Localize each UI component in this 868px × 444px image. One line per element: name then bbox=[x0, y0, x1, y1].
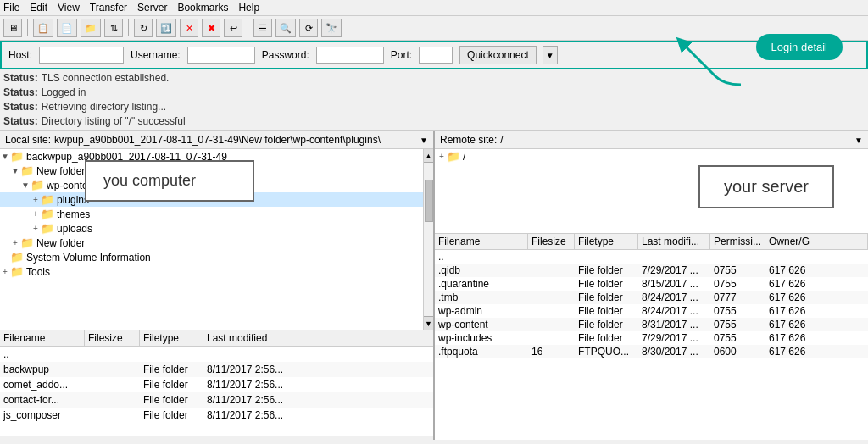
local-cell-lastmod: 8/11/2017 2:56... bbox=[203, 363, 288, 376]
local-col-filename[interactable]: Filename bbox=[0, 330, 85, 346]
quickconnect-dropdown[interactable]: ▼ bbox=[543, 46, 558, 64]
remote-cell-owner: 617 626 bbox=[765, 277, 868, 291]
status-label-1: Status: bbox=[3, 72, 38, 84]
remote-cell-filename: .tmb bbox=[435, 291, 528, 304]
local-file-row[interactable]: js_composer File folder 8/11/2017 2:56..… bbox=[0, 408, 433, 423]
remote-cell-perms: 0755 bbox=[710, 277, 765, 291]
menu-server[interactable]: Server bbox=[137, 2, 167, 14]
local-cell-lastmod: 8/11/2017 2:56... bbox=[203, 393, 288, 407]
scroll-down-btn[interactable]: ▼ bbox=[424, 316, 434, 330]
toolbar-find[interactable]: 🔭 bbox=[321, 19, 342, 37]
toolbar-sep-1 bbox=[27, 19, 28, 36]
remote-file-body: .. .qidb File folder 7/29/2017 ... 0755 … bbox=[435, 250, 868, 440]
toolbar-btn-7[interactable]: ↩ bbox=[224, 19, 242, 37]
toolbar-sync[interactable]: ⟳ bbox=[299, 19, 318, 37]
toolbar-sep-3 bbox=[248, 19, 248, 36]
remote-cell-perms: 0755 bbox=[710, 264, 765, 277]
toolbar-btn-6[interactable]: ✖ bbox=[202, 19, 220, 37]
remote-file-row[interactable]: .tmb File folder 8/24/2017 ... 0777 617 … bbox=[435, 291, 868, 304]
port-input[interactable] bbox=[419, 47, 453, 64]
local-cell-filetype: File folder bbox=[140, 363, 203, 376]
remote-cell-lastmod: 7/29/2017 ... bbox=[638, 331, 710, 345]
remote-cell-owner: 617 626 bbox=[765, 264, 868, 277]
remote-cell-filename: wp-content bbox=[435, 318, 528, 331]
status-label-2: Status: bbox=[3, 86, 38, 98]
menu-transfer[interactable]: Transfer bbox=[90, 2, 127, 14]
toolbar-refresh[interactable]: ↻ bbox=[134, 19, 153, 37]
remote-file-row[interactable]: .qidb File folder 7/29/2017 ... 0755 617… bbox=[435, 264, 868, 277]
host-input[interactable] bbox=[39, 47, 124, 64]
username-label: Username: bbox=[131, 49, 181, 61]
remote-file-row[interactable]: wp-admin File folder 8/24/2017 ... 0755 … bbox=[435, 304, 868, 318]
remote-col-filetype[interactable]: Filetype bbox=[575, 234, 638, 249]
menu-file[interactable]: File bbox=[3, 2, 19, 14]
remote-cell-filename: .ftpquota bbox=[435, 345, 528, 358]
quickconnect-button[interactable]: Quickconnect bbox=[459, 46, 537, 64]
toolbar-btn-1[interactable]: 📋 bbox=[33, 19, 53, 37]
local-col-filetype[interactable]: Filetype bbox=[140, 330, 203, 346]
toolbar-btn-2[interactable]: 📄 bbox=[57, 19, 77, 37]
remote-file-list: Filename Filesize Filetype Last modifi..… bbox=[435, 234, 868, 440]
local-cell-filetype bbox=[140, 353, 203, 355]
toolbar-cancel[interactable]: ✕ bbox=[180, 19, 198, 37]
remote-cell-filesize bbox=[528, 283, 575, 285]
remote-site-dropdown[interactable]: ▼ bbox=[854, 136, 863, 145]
tree-item-uploads[interactable]: + 📁 uploads bbox=[0, 221, 423, 236]
local-cell-filesize bbox=[85, 369, 140, 370]
remote-cell-owner: 617 626 bbox=[765, 331, 868, 345]
menu-edit[interactable]: Edit bbox=[30, 2, 47, 14]
local-file-row[interactable]: backwpup File folder 8/11/2017 2:56... bbox=[0, 362, 433, 377]
tree-item-new-folder2[interactable]: + 📁 New folder bbox=[0, 236, 423, 250]
local-file-row[interactable]: .. bbox=[0, 347, 433, 362]
remote-cell-filesize bbox=[528, 256, 575, 258]
local-cell-filesize bbox=[85, 414, 140, 416]
toolbar-queue[interactable]: ☰ bbox=[253, 19, 272, 37]
menu-view[interactable]: View bbox=[58, 2, 80, 14]
remote-col-lastmod[interactable]: Last modifi... bbox=[638, 234, 710, 249]
left-panel: Local site: kwpup_a90bb001_2017-08-11_07… bbox=[0, 131, 435, 440]
tree-item-themes[interactable]: + 📁 themes bbox=[0, 207, 423, 221]
scroll-thumb[interactable] bbox=[425, 180, 433, 222]
status-label-3: Status: bbox=[3, 101, 38, 113]
remote-col-perms[interactable]: Permissi... bbox=[710, 234, 765, 249]
scroll-up-btn[interactable]: ▲ bbox=[424, 149, 434, 163]
toolbar-sep-2 bbox=[128, 19, 129, 36]
local-col-lastmod[interactable]: Last modified bbox=[203, 330, 288, 346]
remote-cell-filename: wp-admin bbox=[435, 304, 528, 318]
toolbar-search[interactable]: 🔍 bbox=[275, 19, 296, 37]
status-text-4: Directory listing of "/" successful bbox=[42, 115, 186, 127]
local-col-filesize[interactable]: Filesize bbox=[85, 330, 140, 346]
tree-item-tools[interactable]: + 📁 Tools bbox=[0, 264, 423, 279]
status-label-4: Status: bbox=[3, 115, 38, 127]
remote-col-filename[interactable]: Filename bbox=[435, 234, 528, 249]
username-input[interactable] bbox=[187, 47, 255, 64]
menu-help[interactable]: Help bbox=[238, 2, 259, 14]
toolbar-btn-5[interactable]: 🔃 bbox=[156, 19, 176, 37]
remote-file-row[interactable]: .quarantine File folder 8/15/2017 ... 07… bbox=[435, 277, 868, 291]
password-input[interactable] bbox=[316, 47, 384, 64]
local-cell-filename: js_composer bbox=[0, 408, 85, 422]
tree-item-system-volume[interactable]: 📁 System Volume Information bbox=[0, 250, 423, 264]
local-site-dropdown[interactable]: ▼ bbox=[420, 136, 428, 145]
remote-cell-owner: 617 626 bbox=[765, 291, 868, 304]
local-file-list: Filename Filesize Filetype Last modified… bbox=[0, 330, 433, 440]
remote-file-row[interactable]: .. bbox=[435, 250, 868, 264]
remote-tree-root[interactable]: + 📁 / bbox=[435, 149, 868, 164]
local-file-row[interactable]: contact-for... File folder 8/11/2017 2:5… bbox=[0, 392, 433, 408]
local-cell-filesize bbox=[85, 399, 140, 401]
local-cell-filetype: File folder bbox=[140, 378, 203, 391]
remote-col-owner[interactable]: Owner/G bbox=[765, 234, 868, 249]
remote-col-filesize[interactable]: Filesize bbox=[528, 234, 575, 249]
remote-cell-perms bbox=[710, 256, 765, 258]
remote-file-row[interactable]: wp-content File folder 8/31/2017 ... 075… bbox=[435, 318, 868, 331]
toolbar-btn-4[interactable]: ⇅ bbox=[104, 19, 123, 37]
remote-file-row[interactable]: .ftpquota 16 FTPQUO... 8/30/2017 ... 060… bbox=[435, 345, 868, 358]
local-tree-scrollbar[interactable]: ▲ ▼ bbox=[423, 149, 433, 330]
local-file-row[interactable]: comet_addo... File folder 8/11/2017 2:56… bbox=[0, 377, 433, 392]
toolbar-open-sitemanager[interactable]: 🖥 bbox=[3, 19, 22, 37]
toolbar-btn-3[interactable]: 📁 bbox=[81, 19, 101, 37]
status-line-4: Status:Directory listing of "/" successf… bbox=[3, 114, 865, 129]
menu-bookmarks[interactable]: Bookmarks bbox=[177, 2, 228, 14]
remote-cell-filetype: File folder bbox=[575, 304, 638, 318]
remote-file-row[interactable]: wp-includes File folder 7/29/2017 ... 07… bbox=[435, 331, 868, 345]
